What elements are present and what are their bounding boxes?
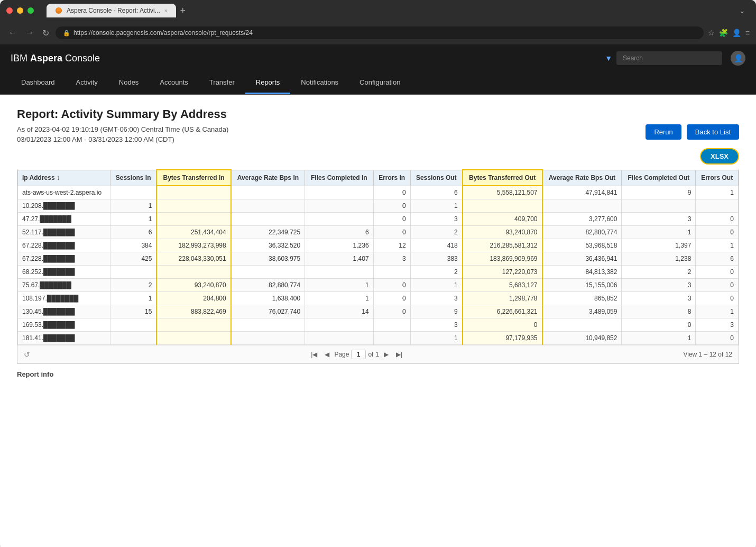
pagination-right: View 1 – 12 of 12 <box>683 351 732 358</box>
table-row: 75.67.███████293,240,87082,880,7741015,6… <box>18 279 739 292</box>
col-errors-out[interactable]: Errors Out <box>696 170 739 186</box>
rerun-button[interactable]: Rerun <box>646 124 681 140</box>
page-input[interactable] <box>351 350 366 359</box>
refresh-button[interactable]: ↻ <box>40 26 51 40</box>
new-tab-button[interactable]: + <box>176 3 190 19</box>
browser-addressbar: ← → ↻ 🔒 https://console.pacgenesis.com/a… <box>0 21 756 44</box>
prev-page-button[interactable]: ◀ <box>322 350 332 359</box>
app-nav: Dashboard Activity Nodes Accounts Transf… <box>0 72 756 95</box>
back-button[interactable]: ← <box>6 26 19 40</box>
pagination-info: |◀ ◀ Page of 1 ▶ ▶| <box>308 350 405 359</box>
table-row: 67.228.███████425228,043,330,05138,603,9… <box>18 252 739 266</box>
search-wrapper: ▼ 👤 <box>605 51 745 66</box>
nav-nodes[interactable]: Nodes <box>108 72 150 94</box>
col-sessions-in[interactable]: Sessions In <box>110 170 156 186</box>
col-bytes-in[interactable]: Bytes Transferred In <box>156 170 231 186</box>
nav-configuration[interactable]: Configuration <box>349 72 411 94</box>
table-row: 169.53.███████3003 <box>18 318 739 332</box>
table-row: 130.45.███████15883,822,46976,027,740140… <box>18 305 739 318</box>
window-chevron-button[interactable]: ⌄ <box>735 4 750 17</box>
lock-icon: 🔒 <box>63 30 70 37</box>
page-total: 1 <box>375 351 379 358</box>
table-body: ats-aws-us-west-2.aspera.io065,558,121,5… <box>18 186 739 345</box>
logo-console: Console <box>62 53 100 63</box>
pagination-bar: ↺ |◀ ◀ Page of 1 ▶ ▶| View 1 – 12 of 12 <box>17 345 739 363</box>
pagination-left: ↺ <box>24 350 30 359</box>
table-row: ats-aws-us-west-2.aspera.io065,558,121,5… <box>18 186 739 199</box>
report-info-section[interactable]: Report info <box>17 364 739 385</box>
col-bytes-out[interactable]: Bytes Transferred Out <box>463 170 542 186</box>
browser-actions: ☆ 🧩 👤 ≡ <box>708 29 750 37</box>
bookmark-icon[interactable]: ☆ <box>708 29 715 37</box>
maximize-dot[interactable] <box>27 7 34 14</box>
content-area: Report: Activity Summary By Address As o… <box>0 95 756 547</box>
page-title: Report: Activity Summary By Address <box>17 107 739 121</box>
data-table-wrapper: Ip Address ↕ Sessions In Bytes Transferr… <box>17 169 739 364</box>
logo-ibm: IBM <box>11 53 30 63</box>
url-text: https://console.pacgenesis.com/aspera/co… <box>73 29 253 37</box>
col-sessions-out[interactable]: Sessions Out <box>410 170 463 186</box>
table-header-row: Ip Address ↕ Sessions In Bytes Transferr… <box>18 170 739 186</box>
firefox-icon <box>55 7 62 14</box>
col-avg-rate-in[interactable]: Average Rate Bps In <box>231 170 305 186</box>
col-files-in[interactable]: Files Completed In <box>305 170 373 186</box>
col-files-out[interactable]: Files Completed Out <box>622 170 696 186</box>
extensions-icon[interactable]: 🧩 <box>719 29 728 37</box>
table-row: 47.27.███████103409,7003,277,60030 <box>18 213 739 226</box>
app-header: IBM Aspera Console ▼ 👤 <box>0 44 756 72</box>
tab-close-button[interactable]: × <box>164 8 168 14</box>
xlsx-button[interactable]: XLSX <box>700 148 739 165</box>
table-row: 181.41.███████197,179,93510,949,85210 <box>18 332 739 345</box>
first-page-button[interactable]: |◀ <box>308 350 320 359</box>
active-tab[interactable]: Aspera Console - Report: Activi... × <box>47 4 176 17</box>
nav-activity[interactable]: Activity <box>66 72 108 94</box>
browser-titlebar: Aspera Console - Report: Activi... × + ⌄ <box>0 0 756 21</box>
table-row: 68.252.███████2127,220,07384,813,38220 <box>18 266 739 279</box>
filter-icon[interactable]: ▼ <box>605 54 612 62</box>
back-to-list-button[interactable]: Back to List <box>687 124 739 140</box>
xlsx-wrapper: XLSX <box>17 148 739 165</box>
logo-aspera: Aspera <box>30 53 62 63</box>
address-bar[interactable]: 🔒 https://console.pacgenesis.com/aspera/… <box>56 26 704 39</box>
col-avg-rate-out[interactable]: Average Rate Bps Out <box>542 170 622 186</box>
col-errors-in[interactable]: Errors In <box>373 170 410 186</box>
table-row: 67.228.███████384182,993,273,99836,332,5… <box>18 239 739 252</box>
profile-icon[interactable]: 👤 <box>732 29 741 37</box>
next-page-button[interactable]: ▶ <box>381 350 391 359</box>
refresh-icon[interactable]: ↺ <box>24 350 30 359</box>
search-input[interactable] <box>616 51 722 65</box>
table-row: 52.117.███████6251,434,40422,349,7256029… <box>18 226 739 239</box>
nav-dashboard[interactable]: Dashboard <box>11 72 66 94</box>
app-container: IBM Aspera Console ▼ 👤 Dashboard Activit… <box>0 44 756 547</box>
browser-window: Aspera Console - Report: Activi... × + ⌄… <box>0 0 756 547</box>
data-table: Ip Address ↕ Sessions In Bytes Transferr… <box>17 169 739 345</box>
page-label: Page <box>334 351 349 358</box>
nav-accounts[interactable]: Accounts <box>149 72 198 94</box>
table-row: 108.197.███████1204,8001,638,4001031,298… <box>18 292 739 305</box>
user-avatar[interactable]: 👤 <box>731 51 745 66</box>
nav-transfer[interactable]: Transfer <box>199 72 245 94</box>
col-ip-address[interactable]: Ip Address ↕ <box>18 170 110 186</box>
table-row: 10.208.███████101 <box>18 199 739 213</box>
minimize-dot[interactable] <box>17 7 23 14</box>
menu-icon[interactable]: ≡ <box>745 29 750 37</box>
app-logo: IBM Aspera Console <box>11 53 100 64</box>
tab-title: Aspera Console - Report: Activi... <box>67 7 160 14</box>
of-label: of <box>368 351 373 358</box>
forward-button[interactable]: → <box>23 26 36 40</box>
nav-reports[interactable]: Reports <box>245 72 291 94</box>
close-dot[interactable] <box>6 7 13 14</box>
last-page-button[interactable]: ▶| <box>393 350 405 359</box>
browser-tabs: Aspera Console - Report: Activi... × + <box>47 3 640 19</box>
nav-notifications[interactable]: Notifications <box>290 72 349 94</box>
